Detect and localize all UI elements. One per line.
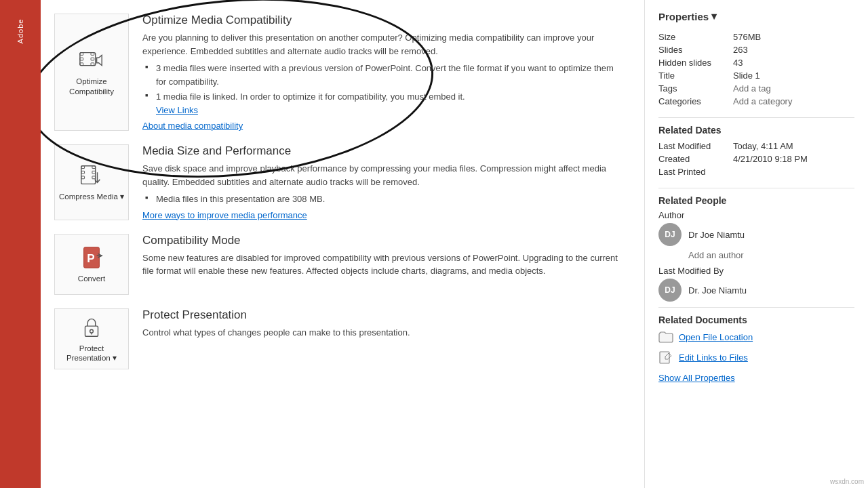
svg-rect-10 <box>81 176 85 179</box>
compress-bullet-1: Media files in this presentation are 308… <box>142 192 624 206</box>
svg-rect-18 <box>85 326 98 336</box>
watermark: wsxdn.com <box>830 478 864 485</box>
prop-hidden-slides-value: 43 <box>733 56 854 69</box>
convert-button[interactable]: P Convert <box>54 234 129 295</box>
prop-row-categories: Categories Add a category <box>658 95 854 108</box>
date-row-last-modified: Last Modified Today, 4:11 AM <box>658 140 854 152</box>
svg-point-19 <box>90 329 94 333</box>
svg-rect-5 <box>91 58 94 60</box>
sidebar-app-label: Adobe <box>16 19 24 44</box>
svg-rect-2 <box>80 58 83 60</box>
last-printed-label: Last Printed <box>658 165 733 178</box>
last-modified-by-label: Last Modified By <box>658 266 854 276</box>
prop-size-label: Size <box>658 30 733 43</box>
compress-label: Compress Media ▾ <box>59 192 124 202</box>
compress-content: Media Size and Performance Save disk spa… <box>142 144 624 220</box>
about-media-compatibility-link[interactable]: About media compatibility <box>142 121 243 131</box>
prop-tags-value[interactable]: Add a tag <box>733 82 854 95</box>
last-modified-label: Last Modified <box>658 140 733 152</box>
modifier-name: Dr. Joe Niamtu <box>688 285 747 296</box>
prop-row-slides: Slides 263 <box>658 43 854 56</box>
author-role-label: Author <box>658 210 854 220</box>
last-printed-value <box>733 165 854 178</box>
protect-icon <box>79 314 104 340</box>
protect-label: Protect Presentation ▾ <box>58 344 125 364</box>
related-people-header: Related People <box>658 195 854 206</box>
properties-table: Size 576MB Slides 263 Hidden slides 43 T… <box>658 30 854 108</box>
prop-slides-label: Slides <box>658 43 733 56</box>
svg-text:P: P <box>87 251 94 264</box>
convert-label: Convert <box>78 274 105 284</box>
section-optimize: Optimize Compatibility Optimize Media Co… <box>54 14 624 131</box>
prop-row-title: Title Slide 1 <box>658 69 854 82</box>
edit-links-link[interactable]: Edit Links to Files <box>679 352 748 363</box>
prop-hidden-slides-label: Hidden slides <box>658 56 733 69</box>
protect-button[interactable]: Protect Presentation ▾ <box>54 308 129 370</box>
optimize-icon <box>79 47 104 73</box>
optimize-label: Optimize Compatibility <box>58 77 125 97</box>
svg-rect-9 <box>81 171 85 174</box>
section-protect: Protect Presentation ▾ Protect Presentat… <box>54 308 624 370</box>
right-panel: Properties ▾ Size 576MB Slides 263 Hidde… <box>644 0 868 488</box>
view-links-link[interactable]: View Links <box>156 105 198 115</box>
related-dates-table: Last Modified Today, 4:11 AM Created 4/2… <box>658 140 854 178</box>
properties-header: Properties ▾ <box>658 10 854 22</box>
convert-title: Compatibility Mode <box>142 234 624 247</box>
last-modified-value: Today, 4:11 AM <box>733 140 854 152</box>
compress-desc: Save disk space and improve playback per… <box>142 162 624 188</box>
prop-tags-label: Tags <box>658 82 733 95</box>
more-ways-link[interactable]: More ways to improve media performance <box>142 210 307 220</box>
prop-row-tags: Tags Add a tag <box>658 82 854 95</box>
convert-content: Compatibility Mode Some new features are… <box>142 234 624 295</box>
created-value: 4/21/2010 9:18 PM <box>733 152 854 165</box>
sidebar: Adobe <box>0 0 41 488</box>
created-label: Created <box>658 152 733 165</box>
convert-desc: Some new features are disabled for impro… <box>142 251 624 278</box>
open-file-location-row: Open File Location <box>658 329 854 344</box>
prop-title-label: Title <box>658 69 733 82</box>
properties-dropdown-icon[interactable]: ▾ <box>711 10 717 22</box>
protect-desc: Control what types of changes people can… <box>142 326 624 340</box>
prop-row-hidden-slides: Hidden slides 43 <box>658 56 854 69</box>
prop-slides-value: 263 <box>733 43 854 56</box>
compress-button[interactable]: Compress Media ▾ <box>54 144 129 220</box>
divider-2 <box>658 188 854 188</box>
show-all-properties-link[interactable]: Show All Properties <box>658 373 735 383</box>
divider-3 <box>658 307 854 308</box>
divider-1 <box>658 117 854 118</box>
related-dates-header: Related Dates <box>658 125 854 136</box>
prop-categories-value[interactable]: Add a category <box>733 95 854 108</box>
prop-size-value: 576MB <box>733 30 854 43</box>
optimize-title: Optimize Media Compatibility <box>142 14 624 27</box>
optimize-desc: Are you planning to deliver this present… <box>142 31 624 58</box>
svg-rect-0 <box>80 53 96 66</box>
prop-title-value: Slide 1 <box>733 69 854 82</box>
prop-categories-label: Categories <box>658 95 733 108</box>
compress-icon <box>79 163 104 188</box>
related-docs-header: Related Documents <box>658 314 854 325</box>
center-panel: Optimize Compatibility Optimize Media Co… <box>41 0 644 488</box>
compress-title: Media Size and Performance <box>142 144 624 158</box>
section-convert: P Convert Compatibility Mode Some new fe… <box>54 234 624 295</box>
optimize-bullet-2: 1 media file is linked. In order to opti… <box>142 90 624 117</box>
protect-content: Protect Presentation Control what types … <box>142 308 624 370</box>
section-compress: Compress Media ▾ Media Size and Performa… <box>54 144 624 220</box>
convert-icon: P <box>79 245 104 270</box>
add-author-label[interactable]: Add an author <box>688 250 854 260</box>
edit-links-icon <box>658 350 673 365</box>
compress-bullets: Media files in this presentation are 308… <box>142 192 624 206</box>
folder-icon <box>658 329 673 344</box>
author-avatar: DJ <box>658 223 682 246</box>
optimize-button[interactable]: Optimize Compatibility <box>54 14 129 131</box>
open-file-location-link[interactable]: Open File Location <box>679 332 753 342</box>
modifier-avatar: DJ <box>658 279 682 302</box>
date-row-last-printed: Last Printed <box>658 165 854 178</box>
protect-title: Protect Presentation <box>142 308 624 322</box>
author-row: DJ Dr Joe Niamtu <box>658 223 854 246</box>
properties-title: Properties <box>658 11 709 22</box>
author-name: Dr Joe Niamtu <box>688 230 745 240</box>
edit-links-row: Edit Links to Files <box>658 350 854 365</box>
optimize-bullets: 3 media files were inserted with a previ… <box>142 62 624 117</box>
prop-row-size: Size 576MB <box>658 30 854 43</box>
modifier-row: DJ Dr. Joe Niamtu <box>658 279 854 302</box>
